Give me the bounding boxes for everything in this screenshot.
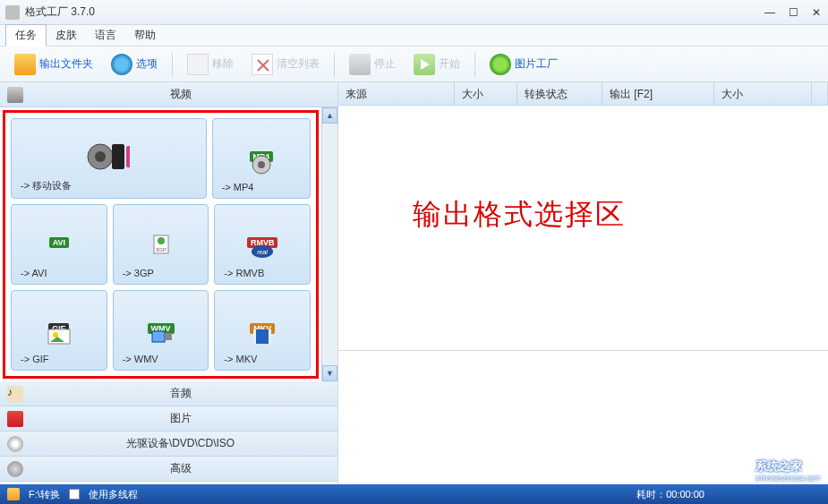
col-status[interactable]: 转换状态 [517,82,602,105]
multithread-label: 使用多线程 [89,488,138,501]
format-grid-wrapper: -> 移动设备 MP4 -> MP4 [0,107,337,381]
category-disc[interactable]: 光驱设备\DVD\CD\ISO [0,431,337,457]
format-mobile[interactable]: -> 移动设备 [11,118,207,199]
menu-tasks[interactable]: 任务 [5,24,47,47]
statusbar-path: F:\转换 [29,488,60,501]
toolbar-separator [334,52,335,77]
task-list[interactable]: 输出格式选择区 [338,106,828,350]
svg-rect-21 [269,329,271,344]
scroll-down-button[interactable]: ▼ [322,365,337,381]
picture-category-icon [7,411,23,427]
menu-language[interactable]: 语言 [86,25,125,46]
col-size1[interactable]: 大小 [455,82,517,105]
category-audio[interactable]: ♪ 音频 [0,381,337,406]
output-folder-button[interactable]: 输出文件夹 [7,50,100,79]
clear-icon [252,54,273,75]
format-mobile-label: -> 移动设备 [21,179,72,192]
svg-rect-20 [253,329,256,344]
photo-factory-button[interactable]: 图片工厂 [482,50,565,79]
minimize-button[interactable]: — [764,6,776,19]
col-extra[interactable] [812,82,828,105]
mkv-icon: MKV [241,311,284,346]
disc-icon [7,436,23,452]
remove-button[interactable]: 移除 [180,50,241,79]
category-picture[interactable]: 图片 [0,406,337,431]
avi-icon: AVI [38,225,81,261]
svg-point-10 [158,237,165,244]
rmvb-icon: RMVB real [241,225,284,261]
category-audio-label: 音频 [30,386,330,401]
maximize-button[interactable]: ☐ [787,6,799,19]
start-button[interactable]: 开始 [406,50,467,79]
svg-marker-2 [421,59,430,70]
clear-list-button[interactable]: 清空列表 [244,50,327,79]
picture-icon [490,54,511,75]
options-label: 选项 [136,56,158,72]
svg-marker-22 [732,464,752,482]
menu-help[interactable]: 帮助 [125,25,165,46]
svg-text:3GP: 3GP [155,247,166,252]
gear-icon [7,461,23,477]
app-icon [5,5,20,20]
svg-rect-5 [112,144,124,169]
format-mp4[interactable]: MP4 -> MP4 [212,118,311,199]
format-grid: -> 移动设备 MP4 -> MP4 [3,110,319,379]
format-mp4-label: -> MP4 [222,182,254,192]
multithread-checkbox[interactable] [69,489,80,500]
watermark-url: XITONGZHIJIA.NET [755,474,821,483]
photo-factory-label: 图片工厂 [515,56,558,72]
audio-icon: ♪ [7,386,23,402]
window-title: 格式工厂 3.7.0 [25,4,764,20]
task-table-header: 来源 大小 转换状态 输出 [F2] 大小 [338,82,828,106]
watermark-text: 系统之家 [755,458,821,474]
toolbar-separator [474,52,475,77]
svg-text:real: real [257,249,268,255]
format-avi[interactable]: AVI -> AVI [11,204,107,285]
close-button[interactable]: ✕ [810,6,823,19]
options-icon [111,54,132,75]
titlebar: 格式工厂 3.7.0 — ☐ ✕ [0,0,828,25]
format-wmv-label: -> WMV [123,354,158,364]
play-icon [414,54,435,75]
toolbar: 输出文件夹 选项 移除 清空列表 停止 开始 图片工厂 [0,47,828,82]
gif-icon: GIF [38,311,81,346]
category-advanced-label: 高级 [30,461,330,476]
output-folder-label: 输出文件夹 [39,56,93,72]
options-button[interactable]: 选项 [104,50,165,79]
remove-label: 移除 [212,56,234,72]
format-rmvb[interactable]: RMVB real -> RMVB [214,204,311,285]
start-label: 开始 [439,56,460,72]
wmv-icon: WMV [140,311,183,346]
svg-rect-17 [152,331,165,342]
clear-label: 清空列表 [277,56,320,72]
format-rmvb-label: -> RMVB [224,268,264,278]
format-wmv[interactable]: WMV -> WMV [113,290,209,371]
category-video[interactable]: 视频 [0,82,337,107]
elapsed-time: 耗时：00:00:00 [636,488,704,501]
col-size2[interactable]: 大小 [714,82,812,105]
category-disc-label: 光驱设备\DVD\CD\ISO [30,436,330,451]
menu-skin[interactable]: 皮肤 [47,25,86,46]
category-advanced[interactable]: 高级 [0,457,337,482]
format-3gp[interactable]: 3GP -> 3GP [113,204,209,285]
format-scrollbar[interactable]: ▲ ▼ [321,107,337,381]
category-video-label: 视频 [30,87,330,102]
stop-button[interactable]: 停止 [342,50,403,79]
statusbar-folder-icon[interactable] [7,488,20,500]
menubar: 任务 皮肤 语言 帮助 [0,25,828,47]
main-area: 视频 -> 移动设备 MP4 [0,82,828,484]
house-icon [730,460,752,482]
sidebar: 视频 -> 移动设备 MP4 [0,82,338,484]
remove-icon [187,54,209,75]
scroll-up-button[interactable]: ▲ [322,107,337,124]
task-pane: 来源 大小 转换状态 输出 [F2] 大小 输出格式选择区 [338,82,828,484]
col-source[interactable]: 来源 [338,82,455,105]
annotation-overlay: 输出格式选择区 [413,195,626,235]
col-output[interactable]: 输出 [F2] [602,82,714,105]
svg-rect-18 [165,333,172,340]
stop-label: 停止 [374,56,396,72]
format-gif[interactable]: GIF -> GIF [11,290,107,371]
format-mkv[interactable]: MKV -> MKV [214,290,311,371]
folder-icon [14,54,36,75]
video-icon [7,87,23,103]
